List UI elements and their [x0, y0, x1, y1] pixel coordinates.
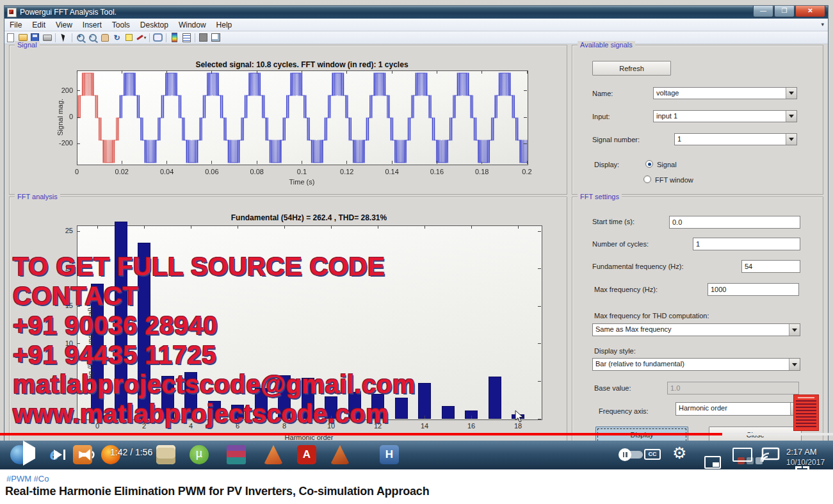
volume-button[interactable]	[81, 448, 97, 462]
dock-figure-icon[interactable]	[210, 33, 221, 42]
insert-colorbar-icon[interactable]	[169, 33, 180, 42]
captions-button[interactable]: CC	[644, 449, 661, 460]
rotate-3d-icon[interactable]: ↻	[111, 33, 122, 42]
signal-waveform	[77, 71, 528, 165]
dropdown-arrow-icon[interactable]	[786, 134, 797, 145]
signal-xlabel: Time (s)	[77, 178, 527, 186]
restore-button[interactable]: ❐	[774, 6, 795, 17]
thd-freq-dropdown[interactable]: Same as Max frequency	[592, 323, 800, 336]
name-dropdown[interactable]: voltage	[653, 87, 797, 99]
zoom-out-icon[interactable]: -	[87, 33, 98, 42]
minimize-button[interactable]: —	[753, 6, 773, 17]
max-freq-input[interactable]	[708, 283, 799, 296]
frequency-axis-dropdown[interactable]: Harmonic order	[675, 402, 802, 416]
dropdown-arrow-icon[interactable]	[786, 111, 797, 122]
brush-icon[interactable]: ▾	[136, 33, 147, 42]
close-window-button[interactable]: ✕	[795, 6, 825, 17]
toolbar-separator	[55, 33, 56, 42]
menubar: FileEditViewInsertToolsDesktopWindowHelp	[4, 19, 828, 31]
settings-gear-icon[interactable]: ⚙	[672, 444, 686, 462]
toolbar-separator	[166, 33, 166, 42]
y-tick	[77, 90, 80, 91]
x-tick	[302, 161, 302, 164]
theater-mode-button[interactable]	[732, 448, 752, 462]
dropdown-arrow-icon[interactable]	[789, 324, 800, 336]
toolbar-separator	[72, 33, 72, 42]
start-time-input[interactable]	[669, 216, 800, 229]
adobe-reader-icon[interactable]: A	[297, 445, 316, 464]
signal-axes[interactable]	[77, 70, 528, 165]
x-tick	[211, 70, 212, 74]
menu-file[interactable]: File	[4, 20, 27, 29]
display-fft-window-radio-label[interactable]: FFT window	[655, 176, 693, 184]
fullscreen-button[interactable]	[795, 466, 809, 469]
fft-settings-title: FFT settings	[578, 193, 622, 200]
x-tick	[346, 161, 347, 164]
input-dropdown[interactable]: input 1	[653, 110, 797, 122]
print-icon[interactable]	[42, 33, 53, 42]
hashtag-links[interactable]: #PWM #Co	[6, 474, 49, 484]
insert-legend-icon[interactable]	[181, 33, 192, 42]
menu-insert[interactable]: Insert	[77, 20, 107, 29]
fundamental-freq-input[interactable]	[741, 260, 800, 273]
x-tick	[437, 70, 437, 74]
y-tick	[538, 306, 541, 307]
x-tick	[481, 161, 482, 164]
play-button[interactable]	[23, 448, 35, 459]
video-frame[interactable]: Powergui FFT Analysis Tool. — ❐ ✕ FileEd…	[0, 0, 833, 469]
matlab-icon[interactable]	[264, 445, 283, 464]
menu-help[interactable]: Help	[211, 20, 238, 29]
x-tick	[238, 225, 238, 229]
pointer-icon[interactable]	[58, 33, 69, 42]
pan-icon[interactable]	[99, 33, 110, 42]
x-tick	[77, 70, 77, 74]
signal-number-dropdown[interactable]: 1	[674, 133, 797, 145]
dropdown-arrow-icon[interactable]	[786, 88, 797, 99]
x-tick-label: 0	[64, 168, 90, 175]
fft-bar-h14	[418, 383, 431, 419]
window-titlebar[interactable]: Powergui FFT Analysis Tool. — ❐ ✕	[4, 6, 828, 19]
save-floppy-icon[interactable]	[156, 445, 175, 464]
hide-plot-tools-icon[interactable]	[198, 33, 209, 42]
menu-view[interactable]: View	[51, 20, 77, 29]
dropdown-arrow-icon[interactable]	[789, 359, 800, 370]
zoom-in-icon[interactable]: +	[75, 33, 86, 42]
x-tick	[437, 161, 437, 164]
utorrent-icon[interactable]: µ	[190, 445, 209, 464]
play-icon	[23, 441, 35, 466]
x-tick	[284, 225, 285, 229]
y-tick	[538, 231, 541, 232]
y-tick	[524, 117, 527, 118]
frequency-axis-label: Frequency axis:	[599, 407, 649, 415]
fft-analysis-title: FFT analysis	[15, 193, 60, 200]
next-button[interactable]	[54, 450, 65, 462]
cycles-input[interactable]	[693, 238, 800, 250]
menu-overflow-chevron[interactable]: ▾	[821, 21, 824, 28]
link-plot-icon[interactable]	[152, 33, 163, 42]
display-signal-radio-label[interactable]: Signal	[657, 161, 677, 168]
refresh-button[interactable]: Refresh	[592, 61, 671, 76]
display-style-dropdown[interactable]: Bar (relative to fundamental)	[592, 358, 800, 371]
menu-edit[interactable]: Edit	[27, 20, 51, 29]
window-title: Powergui FFT Analysis Tool.	[20, 8, 117, 17]
winrar-icon[interactable]	[227, 445, 246, 464]
y-tick	[524, 90, 527, 91]
data-cursor-icon[interactable]	[124, 33, 134, 42]
menu-window[interactable]: Window	[174, 20, 211, 29]
y-tick	[77, 231, 80, 232]
menu-tools[interactable]: Tools	[107, 20, 135, 29]
x-tick	[166, 70, 167, 74]
video-title: Real-time Harmonie Elimination PWM for P…	[5, 485, 429, 498]
matlab-2-icon[interactable]	[330, 445, 350, 464]
display-signal-radio[interactable]	[645, 160, 653, 168]
miniplayer-button[interactable]	[704, 456, 721, 469]
autoplay-toggle[interactable]	[620, 451, 643, 459]
menu-desktop[interactable]: Desktop	[135, 20, 174, 29]
video-progress-bar[interactable]	[0, 433, 833, 435]
name-label: Name:	[592, 90, 613, 97]
cast-button[interactable]	[761, 446, 780, 463]
player-bar: e▶µAH 1:42 / 1:56 CC ⚙ 2:17 AM	[0, 441, 833, 469]
hdl-coder-icon[interactable]: H	[380, 445, 399, 464]
input-label: Input:	[592, 113, 610, 120]
display-fft-window-radio[interactable]	[643, 175, 651, 183]
